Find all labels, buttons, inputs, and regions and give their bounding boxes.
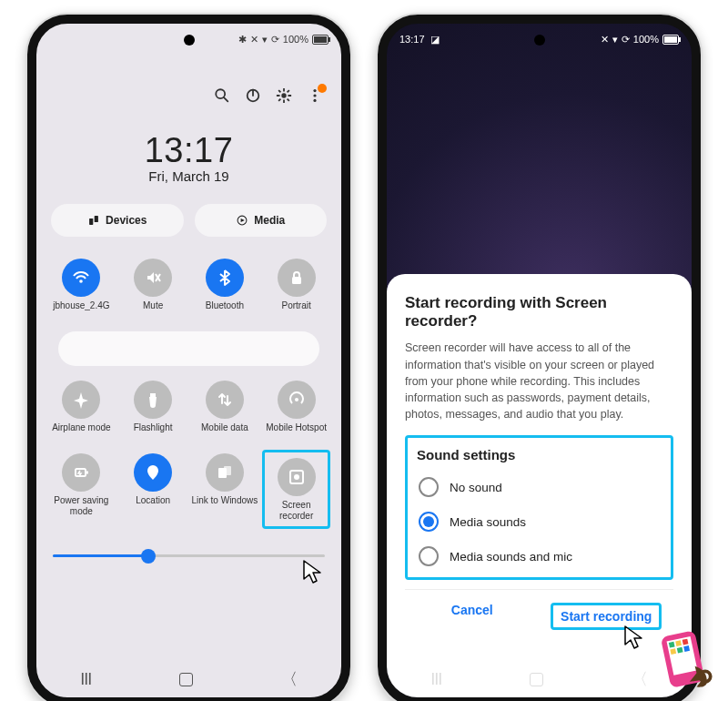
portrait-lock-icon bbox=[278, 259, 316, 297]
qs-screenrecorder[interactable]: Screen recorder bbox=[262, 450, 330, 529]
sound-option-media[interactable]: Media sounds bbox=[417, 504, 662, 539]
phone-quick-settings: ✱ ✕ ▾ ⟳ 100% 13:17 Fri, March 19 Devices bbox=[27, 15, 350, 701]
svg-rect-38 bbox=[670, 648, 676, 655]
qs-flashlight-label: Flashlight bbox=[134, 422, 173, 442]
signal-status-icon: ▾ bbox=[262, 34, 268, 46]
watermark-icon bbox=[653, 626, 723, 696]
qs-linkwindows-label: Link to Windows bbox=[191, 495, 258, 515]
settings-icon[interactable] bbox=[276, 87, 292, 107]
battery-icon bbox=[312, 35, 329, 45]
nav-recents[interactable]: III bbox=[430, 670, 441, 689]
clock-block: 13:17 Fri, March 19 bbox=[36, 131, 341, 184]
signal-status-icon: ▾ bbox=[612, 34, 618, 46]
camera-hole bbox=[184, 35, 195, 46]
wifi-icon bbox=[62, 259, 100, 297]
cursor-icon bbox=[302, 559, 328, 588]
rotation-status-icon: ⟳ bbox=[622, 34, 630, 46]
bluetooth-icon bbox=[206, 259, 244, 297]
status-time: 13:17 bbox=[399, 34, 425, 45]
nav-bar: III 〈 bbox=[36, 668, 341, 690]
dialog-title: Start recording with Screen recorder? bbox=[405, 294, 673, 330]
svg-rect-40 bbox=[683, 645, 690, 652]
linkwindows-icon bbox=[206, 453, 244, 492]
media-pill[interactable]: Media bbox=[195, 204, 328, 237]
qs-powersave-label: Power saving mode bbox=[47, 495, 116, 516]
svg-rect-39 bbox=[677, 647, 683, 654]
wifi-status-icon: ✕ bbox=[250, 34, 258, 46]
qs-hotspot-label: Mobile Hotspot bbox=[266, 422, 327, 442]
qs-location[interactable]: Location bbox=[119, 450, 187, 529]
qs-wifi-label: jbhouse_2.4G bbox=[53, 300, 109, 320]
nav-bar: III 〈 bbox=[387, 668, 692, 690]
sound-option-mediamic-label: Media sounds and mic bbox=[450, 550, 572, 564]
sound-heading: Sound settings bbox=[417, 447, 662, 462]
mobiledata-icon bbox=[206, 381, 244, 419]
quick-panel-top-icons bbox=[36, 51, 341, 113]
qs-mute[interactable]: Mute bbox=[119, 255, 187, 324]
sound-settings-block: Sound settings No sound Media sounds Med… bbox=[405, 435, 673, 580]
battery-icon bbox=[662, 35, 679, 45]
qs-bluetooth[interactable]: Bluetooth bbox=[191, 255, 259, 324]
pic-indicator-icon: ◪ bbox=[430, 34, 440, 46]
cancel-button-label: Cancel bbox=[451, 603, 493, 617]
start-recording-button-label: Start recording bbox=[561, 609, 652, 624]
qs-airplane[interactable]: Airplane mode bbox=[47, 377, 116, 446]
bluetooth-status-icon: ✱ bbox=[238, 34, 247, 46]
qs-mobiledata-label: Mobile data bbox=[201, 422, 248, 442]
devices-icon bbox=[87, 214, 100, 227]
sound-option-mediamic[interactable]: Media sounds and mic bbox=[417, 539, 662, 574]
clock-time: 13:17 bbox=[36, 131, 341, 170]
powersave-icon bbox=[62, 453, 100, 492]
qs-location-label: Location bbox=[136, 495, 170, 515]
mute-icon bbox=[134, 259, 172, 297]
brightness-slider[interactable] bbox=[36, 538, 341, 561]
devices-pill-label: Devices bbox=[106, 214, 147, 227]
nav-home[interactable] bbox=[179, 673, 193, 686]
qs-powersave[interactable]: Power saving mode bbox=[47, 450, 116, 529]
qs-hotspot[interactable]: Mobile Hotspot bbox=[262, 377, 330, 446]
qs-mute-label: Mute bbox=[143, 300, 163, 320]
media-pill-label: Media bbox=[254, 214, 285, 227]
location-icon bbox=[134, 453, 172, 492]
nav-home[interactable] bbox=[530, 673, 543, 686]
nav-recents[interactable]: III bbox=[80, 670, 91, 689]
flashlight-icon bbox=[134, 381, 172, 419]
svg-rect-37 bbox=[682, 639, 689, 645]
power-icon[interactable] bbox=[245, 87, 261, 107]
recorder-sheet: Start recording with Screen recorder? Sc… bbox=[387, 274, 692, 697]
qs-screenrecorder-label: Screen recorder bbox=[267, 500, 326, 521]
radio-icon bbox=[419, 477, 439, 497]
phone-recorder-dialog: 13:17 ◪ ✕ ▾ ⟳ 100% Start recording with … bbox=[378, 15, 701, 701]
wifi-status-icon: ✕ bbox=[601, 34, 609, 46]
screenrecorder-icon bbox=[278, 458, 316, 496]
qs-portrait[interactable]: Portrait bbox=[262, 255, 330, 324]
camera-hole bbox=[534, 35, 545, 46]
radio-icon bbox=[419, 512, 439, 532]
quick-panel-search[interactable] bbox=[58, 331, 319, 366]
battery-pct: 100% bbox=[283, 34, 308, 45]
search-icon[interactable] bbox=[214, 87, 230, 107]
sound-option-none-label: No sound bbox=[450, 481, 502, 494]
battery-pct: 100% bbox=[633, 34, 659, 45]
cancel-button[interactable]: Cancel bbox=[405, 590, 540, 643]
svg-rect-36 bbox=[675, 640, 682, 646]
radio-icon bbox=[419, 546, 439, 566]
devices-pill[interactable]: Devices bbox=[51, 204, 184, 237]
qs-mobiledata[interactable]: Mobile data bbox=[191, 377, 259, 446]
dialog-body: Screen recorder will have access to all … bbox=[405, 340, 673, 422]
svg-rect-35 bbox=[669, 642, 675, 648]
qs-wifi[interactable]: jbhouse_2.4G bbox=[47, 255, 116, 324]
qs-linkwindows[interactable]: Link to Windows bbox=[191, 450, 259, 529]
clock-date: Fri, March 19 bbox=[36, 168, 341, 184]
sound-option-media-label: Media sounds bbox=[450, 515, 526, 529]
nav-back[interactable]: 〈 bbox=[281, 668, 298, 690]
hotspot-icon bbox=[278, 381, 316, 419]
qs-flashlight[interactable]: Flashlight bbox=[119, 377, 187, 446]
rotation-status-icon: ⟳ bbox=[271, 34, 279, 46]
more-icon[interactable] bbox=[307, 87, 323, 107]
nav-back[interactable]: 〈 bbox=[632, 668, 648, 690]
qs-airplane-label: Airplane mode bbox=[52, 422, 110, 442]
media-icon bbox=[236, 214, 248, 227]
sound-option-none[interactable]: No sound bbox=[417, 470, 662, 504]
airplane-icon bbox=[62, 381, 100, 419]
